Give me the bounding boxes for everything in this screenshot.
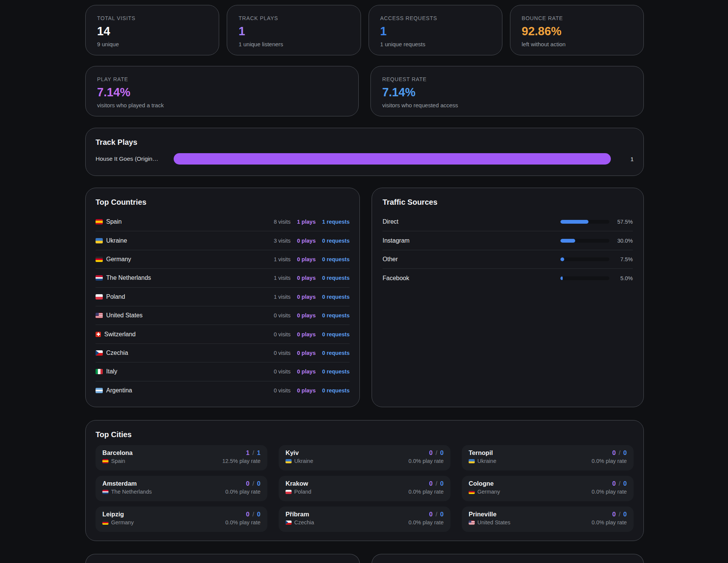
- stat-label: ACCESS REQUESTS: [380, 15, 491, 21]
- city-country: Germany: [102, 519, 134, 525]
- city-card-p-bram: Příbram Czechia 0 / 0 0.0% play rate: [279, 507, 450, 532]
- traffic-bar-fill: [560, 220, 588, 224]
- flag-cz-icon: [286, 521, 292, 525]
- traffic-bar-track: [560, 257, 609, 261]
- city-score: 0 / 0: [592, 449, 627, 456]
- stat-card-track-plays: TRACK PLAYS 1 1 unique listeners: [227, 5, 361, 55]
- city-total-count: 0: [257, 511, 260, 518]
- country-label: Switzerland: [104, 331, 136, 338]
- country-plays: 0 plays: [297, 256, 315, 262]
- flag-de-icon: [102, 521, 108, 525]
- city-total-count: 0: [440, 480, 444, 487]
- country-requests: 0 requests: [322, 387, 350, 394]
- city-country: Ukraine: [286, 458, 313, 464]
- city-name: Amsterdam: [102, 480, 152, 487]
- top-cities-panel: Top Cities Barcelona Spain 1 / 1 12.5% p…: [85, 420, 644, 541]
- country-label: The Netherlands: [106, 274, 151, 281]
- stat-value: 1: [238, 25, 349, 38]
- city-plays-count: 1: [246, 449, 249, 456]
- city-score: 0 / 0: [225, 480, 260, 487]
- country-row-czechia: Czechia 0 visits 0 plays 0 requests: [96, 344, 350, 362]
- country-name: Argentina: [96, 387, 132, 394]
- city-total-count: 0: [440, 449, 444, 456]
- city-play-rate: 0.0% play rate: [225, 489, 260, 495]
- traffic-source-row-direct: Direct 57.5%: [383, 213, 633, 231]
- country-label: Poland: [106, 293, 125, 300]
- top-cities-title: Top Cities: [96, 430, 634, 439]
- stat-subtext: visitors who requested access: [382, 102, 632, 108]
- country-visits: 0 visits: [274, 331, 290, 337]
- country-label: Italy: [106, 368, 117, 375]
- flag-ua-icon: [469, 459, 475, 463]
- traffic-source-name: Direct: [383, 218, 399, 225]
- city-score: 0 / 0: [225, 511, 260, 518]
- city-play-rate: 0.0% play rate: [592, 519, 627, 525]
- stat-label: PLAY RATE: [97, 76, 347, 82]
- city-country-label: The Netherlands: [111, 489, 152, 495]
- flag-cz-icon: [96, 350, 103, 356]
- city-total-count: 0: [257, 480, 260, 487]
- flag-de-icon: [469, 490, 475, 494]
- country-requests: 0 requests: [322, 294, 350, 300]
- city-country-label: Ukraine: [477, 458, 496, 464]
- score-separator: /: [249, 480, 257, 487]
- track-play-row: House It Goes (Origin… 1: [96, 153, 634, 165]
- country-name: Germany: [96, 256, 131, 263]
- city-card-prineville: Prineville United States 0 / 0 0.0% play…: [462, 507, 634, 532]
- city-country-label: Poland: [294, 489, 311, 495]
- city-country: Germany: [469, 489, 500, 495]
- stat-value: 14: [97, 25, 207, 38]
- city-total-count: 0: [440, 511, 444, 518]
- city-card-ternopil: Ternopil Ukraine 0 / 0 0.0% play rate: [462, 445, 634, 470]
- country-name: Switzerland: [96, 331, 136, 338]
- country-label: Germany: [106, 256, 131, 263]
- city-card-barcelona: Barcelona Spain 1 / 1 12.5% play rate: [96, 445, 267, 470]
- track-play-count: 1: [626, 156, 634, 162]
- country-label: Spain: [106, 218, 122, 225]
- traffic-bar-fill: [560, 276, 563, 280]
- traffic-bar-track: [560, 276, 609, 280]
- country-row-spain: Spain 8 visits 1 plays 1 requests: [96, 213, 350, 231]
- country-row-ukraine: Ukraine 3 visits 0 plays 0 requests: [96, 231, 350, 250]
- city-play-rate: 0.0% play rate: [592, 458, 627, 464]
- city-score: 1 / 1: [222, 449, 260, 456]
- city-total-count: 1: [257, 449, 260, 456]
- city-total-count: 0: [623, 480, 627, 487]
- city-card-cologne: Cologne Germany 0 / 0 0.0% play rate: [462, 476, 634, 501]
- country-requests: 0 requests: [322, 369, 350, 375]
- score-separator: /: [433, 480, 440, 487]
- stat-value: 92.86%: [522, 25, 632, 38]
- country-requests: 1 requests: [322, 219, 350, 225]
- country-plays: 0 plays: [297, 238, 315, 244]
- country-visits: 1 visits: [274, 294, 290, 300]
- stat-subtext: 1 unique listeners: [238, 41, 349, 47]
- country-row-germany: Germany 1 visits 0 plays 0 requests: [96, 250, 350, 269]
- flag-ua-icon: [286, 459, 292, 463]
- city-name: Cologne: [469, 480, 500, 487]
- city-plays-count: 0: [429, 449, 433, 456]
- traffic-sources-panel: Traffic Sources Direct 57.5% Instagram 3…: [372, 188, 644, 407]
- country-requests: 0 requests: [322, 350, 350, 356]
- traffic-sources-list: Direct 57.5% Instagram 30.0% Other 7.5% …: [383, 213, 633, 288]
- traffic-bar-fill: [560, 239, 575, 243]
- country-visits: 0 visits: [274, 387, 290, 394]
- city-play-rate: 0.0% play rate: [592, 489, 627, 495]
- traffic-source-name: Instagram: [383, 237, 410, 244]
- city-country-label: Germany: [477, 489, 500, 495]
- traffic-percent: 7.5%: [609, 256, 633, 262]
- stat-label: TOTAL VISITS: [97, 15, 207, 21]
- city-card-kyiv: Kyiv Ukraine 0 / 0 0.0% play rate: [279, 445, 450, 470]
- score-separator: /: [433, 449, 440, 456]
- country-name: Spain: [96, 218, 122, 225]
- country-name: United States: [96, 312, 143, 319]
- city-score: 0 / 0: [408, 511, 444, 518]
- city-country: Czechia: [286, 519, 314, 525]
- country-visits: 3 visits: [274, 238, 290, 244]
- rate-card-request-rate: REQUEST RATE 7.14% visitors who requeste…: [370, 66, 644, 116]
- flag-de-icon: [96, 257, 103, 262]
- city-total-count: 0: [623, 449, 627, 456]
- city-score: 0 / 0: [408, 449, 444, 456]
- flag-nl-icon: [96, 275, 103, 281]
- flag-us-icon: [469, 521, 475, 525]
- flag-ar-icon: [96, 388, 103, 393]
